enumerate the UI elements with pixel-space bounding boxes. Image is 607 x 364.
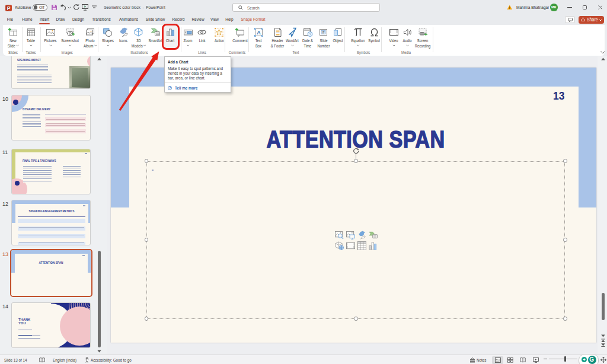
svg-text:A: A xyxy=(257,30,261,36)
svg-text:?: ? xyxy=(168,86,170,90)
svg-text:#: # xyxy=(322,30,325,34)
svg-text:P: P xyxy=(7,5,11,11)
